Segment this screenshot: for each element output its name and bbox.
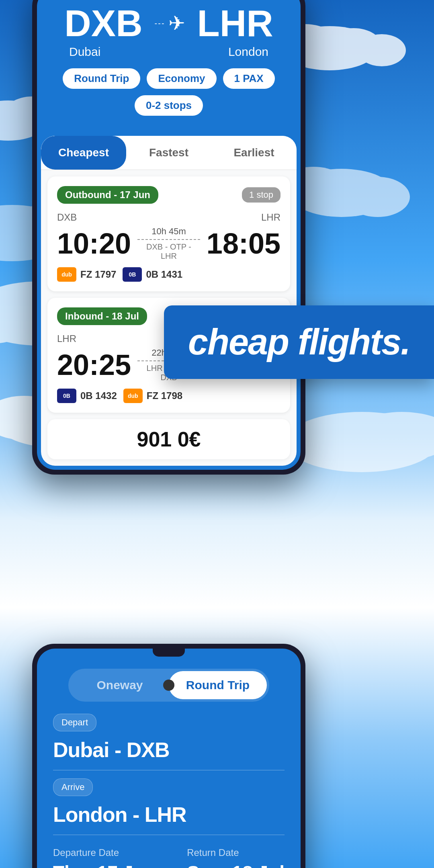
- inbound-airline2-code: FZ 1798: [147, 390, 182, 401]
- outbound-airline2: 0B 0B 1431: [123, 267, 182, 282]
- outbound-airline1-code: FZ 1797: [80, 269, 116, 280]
- return-date-label: Return Date: [187, 847, 285, 858]
- stops-filter[interactable]: 0-2 stops: [135, 95, 203, 116]
- inbound-airline1-logo: 0B: [57, 389, 76, 403]
- return-date-col[interactable]: Return Date Sun, 18 Jul: [187, 847, 285, 868]
- airport-names-row: Dubai London: [53, 45, 285, 59]
- outbound-airline1: dub FZ 1797: [57, 267, 116, 282]
- toggle-container: Oneway Round Trip: [37, 657, 301, 710]
- depart-label: Depart: [53, 714, 96, 731]
- airports-row: DXB --- ✈ LHR: [53, 5, 285, 42]
- inbound-from: LHR: [57, 333, 76, 344]
- phone-notch: [153, 649, 185, 657]
- tab-earliest[interactable]: Earliest: [211, 136, 297, 170]
- phone-frame-2: Oneway Round Trip Depart Dubai - DXB Arr…: [32, 644, 305, 868]
- outbound-badge: Outbound - 17 Jun: [57, 186, 158, 204]
- oneway-option[interactable]: Oneway: [71, 671, 169, 699]
- cheap-flights-banner: cheap flights.: [164, 305, 434, 379]
- outbound-to: LHR: [261, 212, 280, 223]
- departure-date-value: Thu, 17 Jun: [53, 862, 156, 868]
- inbound-airline2: dub FZ 1798: [123, 389, 182, 403]
- outbound-airline1-logo: dub: [57, 267, 76, 282]
- arrive-city[interactable]: London - LHR: [53, 802, 285, 827]
- outbound-route-labels: DXB LHR: [57, 212, 280, 223]
- outbound-airlines: dub FZ 1797 0B 0B 1431: [57, 267, 280, 282]
- outbound-header: Outbound - 17 Jun 1 stop: [57, 186, 280, 204]
- phone-screen-1: DXB --- ✈ LHR Dubai London Round Trip Ec…: [37, 0, 301, 470]
- trip-type-filter[interactable]: Round Trip: [63, 68, 140, 89]
- dest-code: LHR: [197, 5, 273, 42]
- phone-screen-2: Oneway Round Trip Depart Dubai - DXB Arr…: [37, 649, 301, 868]
- pax-filter[interactable]: 1 PAX: [223, 68, 275, 89]
- outbound-from: DXB: [57, 212, 77, 223]
- date-row: Departure Date Thu, 17 Jun Return Date S…: [53, 843, 285, 868]
- toggle-dot: [163, 680, 174, 691]
- phone1-header: DXB --- ✈ LHR Dubai London Round Trip Ec…: [37, 0, 301, 136]
- round-trip-option[interactable]: Round Trip: [169, 671, 267, 699]
- cabin-filter[interactable]: Economy: [147, 68, 216, 89]
- price-preview: 901 0€: [47, 419, 290, 459]
- cheap-flights-text: cheap flights.: [188, 322, 410, 362]
- inbound-airlines: 0B 0B 1432 dub FZ 1798: [57, 389, 280, 403]
- origin-code: DXB: [64, 5, 142, 42]
- outbound-duration: 10h 45m: [137, 226, 200, 237]
- inbound-depart-time: 20:25: [57, 350, 131, 379]
- tabs-row: Cheapest Fastest Earliest: [41, 136, 297, 170]
- phone-frame-1: DXB --- ✈ LHR Dubai London Round Trip Ec…: [32, 0, 305, 475]
- return-date-value: Sun, 18 Jul: [187, 862, 285, 868]
- arrive-section: Arrive London - LHR: [53, 778, 285, 835]
- outbound-times: 10:20 10h 45m DXB - OTP - LHR 18:05: [57, 226, 280, 261]
- outbound-stops: 1 stop: [242, 187, 280, 203]
- outbound-duration-info: 10h 45m DXB - OTP - LHR: [131, 226, 207, 261]
- trip-type-toggle[interactable]: Oneway Round Trip: [68, 669, 269, 702]
- outbound-depart-time: 10:20: [57, 229, 131, 258]
- filters-row: Round Trip Economy 1 PAX 0-2 stops: [53, 68, 285, 124]
- inbound-badge: Inbound - 18 Jul: [57, 307, 147, 325]
- depart-divider: [53, 770, 285, 770]
- flight-icon: --- ✈: [155, 12, 185, 35]
- inbound-airline1-code: 0B 1432: [80, 390, 117, 401]
- phone2-body: Depart Dubai - DXB Arrive London - LHR D…: [37, 710, 301, 868]
- departure-date-col[interactable]: Departure Date Thu, 17 Jun: [53, 847, 156, 868]
- origin-city: Dubai: [69, 45, 100, 59]
- outbound-arrive-time: 18:05: [207, 229, 280, 258]
- price-text: 901 0€: [137, 428, 201, 451]
- tab-fastest[interactable]: Fastest: [126, 136, 211, 170]
- outbound-route-path: DXB - OTP - LHR: [137, 242, 200, 261]
- departure-date-label: Departure Date: [53, 847, 156, 858]
- inbound-airline2-logo: dub: [123, 389, 143, 403]
- arrive-label: Arrive: [53, 778, 93, 796]
- outbound-card[interactable]: Outbound - 17 Jun 1 stop DXB LHR 10:20 1…: [47, 176, 290, 291]
- depart-city[interactable]: Dubai - DXB: [53, 738, 285, 762]
- tab-cheapest[interactable]: Cheapest: [41, 136, 126, 170]
- arrive-divider: [53, 835, 285, 835]
- phone1-content: Cheapest Fastest Earliest Outbound - 17 …: [41, 136, 297, 466]
- depart-section: Depart Dubai - DXB: [53, 714, 285, 770]
- inbound-airline1: 0B 0B 1432: [57, 389, 117, 403]
- outbound-airline2-logo: 0B: [123, 267, 142, 282]
- outbound-airline2-code: 0B 1431: [146, 269, 182, 280]
- dest-city: London: [228, 45, 268, 59]
